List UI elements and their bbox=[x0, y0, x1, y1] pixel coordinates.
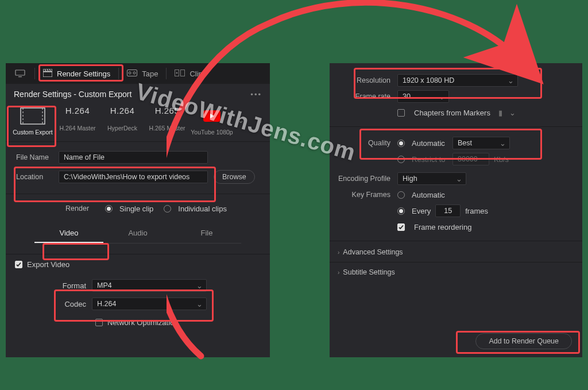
chapters-checkbox[interactable]: Chapters from Markers bbox=[397, 109, 490, 117]
quality-best-dropdown[interactable]: Best ⌄ bbox=[452, 137, 510, 149]
tab-tape[interactable]: Tape bbox=[119, 63, 166, 84]
add-to-render-queue-button[interactable]: Add to Render Queue bbox=[475, 333, 572, 349]
svg-point-9 bbox=[133, 72, 136, 74]
preset-youtube-1080p[interactable]: YouTube 1080p bbox=[189, 106, 234, 136]
quality-label: Quality bbox=[333, 139, 397, 147]
checkbox-off-icon bbox=[397, 109, 405, 117]
radio-label: Automatic bbox=[412, 139, 445, 148]
svg-rect-13 bbox=[21, 108, 45, 124]
dropdown-value: Best bbox=[458, 139, 500, 147]
quality-automatic-radio[interactable]: Automatic bbox=[397, 139, 452, 148]
panel-menu-icon[interactable]: ••• bbox=[250, 90, 262, 99]
chevron-down-icon: ⌄ bbox=[439, 92, 445, 101]
preset-label: Custom Export bbox=[10, 129, 55, 136]
deliver-tabbar: Render Settings Tape Clips bbox=[6, 63, 270, 84]
render-settings-panel: Render Settings - Custom Export ••• Cust… bbox=[6, 84, 270, 357]
render-label: Render bbox=[49, 204, 95, 213]
framerate-dropdown[interactable]: 30 ⌄ bbox=[397, 90, 449, 103]
chevron-right-icon: › bbox=[338, 249, 339, 256]
preset-sub: H.264 Master bbox=[55, 125, 100, 132]
render-mode-section: Render Single clip Individual clips Vide… bbox=[6, 194, 270, 254]
youtube-icon bbox=[189, 106, 234, 126]
workspace-switch[interactable] bbox=[6, 63, 34, 84]
preset-title: H.264 bbox=[100, 106, 145, 115]
marker-icon: ▮ bbox=[498, 109, 502, 117]
advanced-settings-disclosure[interactable]: › Advanced Settings bbox=[330, 245, 582, 260]
format-label: Format bbox=[55, 281, 86, 290]
radio-label: Automatic bbox=[412, 191, 445, 199]
checkbox-label: Frame reordering bbox=[414, 223, 471, 231]
radio-off-icon bbox=[164, 205, 171, 213]
chevron-down-icon: ⌄ bbox=[456, 175, 462, 183]
keyframes-every-radio[interactable]: Every bbox=[397, 207, 431, 215]
subtitle-settings-disclosure[interactable]: › Subtitle Settings bbox=[330, 265, 582, 280]
render-single-radio[interactable]: Single clip bbox=[105, 204, 153, 213]
tab-label: Tape bbox=[142, 69, 158, 78]
quality-restrict-radio[interactable]: Restrict to bbox=[397, 155, 452, 164]
tab-render-settings[interactable]: Render Settings bbox=[35, 63, 118, 84]
radio-off-icon bbox=[397, 156, 405, 163]
resolution-dropdown[interactable]: 1920 x 1080 HD ⌄ bbox=[397, 74, 518, 87]
resolution-section: Resolution 1920 x 1080 HD ⌄ Frame rate 3… bbox=[330, 63, 582, 123]
clapper-icon bbox=[43, 69, 52, 79]
radio-on-icon bbox=[397, 140, 405, 147]
subtab-video[interactable]: Video bbox=[34, 225, 103, 243]
keyframes-unit: frames bbox=[465, 207, 488, 215]
browse-button[interactable]: Browse bbox=[214, 170, 255, 184]
encoding-profile-dropdown[interactable]: High ⌄ bbox=[397, 172, 466, 185]
chevron-down-icon: ⌄ bbox=[238, 116, 244, 125]
panel-title: Render Settings - Custom Export bbox=[14, 90, 131, 99]
codec-label: Codec bbox=[55, 300, 86, 308]
dropdown-value: 30 bbox=[403, 92, 439, 101]
preset-title: H.264 bbox=[55, 106, 100, 115]
preset-sub: YouTube 1080p bbox=[189, 129, 234, 136]
checkbox-on-icon bbox=[15, 261, 22, 268]
keyframes-label: Key Frames bbox=[333, 191, 397, 199]
chevron-down-icon: ⌄ bbox=[500, 139, 506, 148]
network-optimization-checkbox[interactable]: Network Optimization bbox=[95, 318, 261, 327]
export-video-checkbox[interactable]: Export Video bbox=[15, 260, 261, 269]
disclosure-label: Subtitle Settings bbox=[343, 268, 394, 276]
encoding-profile-label: Encoding Profile bbox=[333, 175, 397, 183]
quality-section: Quality Automatic Best ⌄ Restrict to 800… bbox=[330, 130, 582, 237]
video-settings-section: Export Video Format MP4 ⌄ Codec H.264 ⌄ … bbox=[6, 254, 270, 329]
location-label: Location bbox=[15, 173, 59, 181]
tab-label: Render Settings bbox=[57, 69, 110, 78]
chevron-down-icon: ⌄ bbox=[196, 300, 203, 308]
subtab-audio[interactable]: Audio bbox=[103, 225, 172, 243]
preset-sub: H.265 Master bbox=[145, 125, 189, 132]
preset-next[interactable]: ⌄ bbox=[234, 106, 247, 134]
format-dropdown[interactable]: MP4 ⌄ bbox=[92, 279, 207, 292]
output-subtabs: Video Audio File bbox=[34, 225, 241, 244]
filename-input[interactable]: Name of File bbox=[59, 151, 208, 164]
frame-reordering-checkbox[interactable]: Frame reordering bbox=[397, 223, 471, 231]
chevron-down-icon[interactable]: ⌄ bbox=[509, 109, 516, 117]
tape-icon bbox=[127, 69, 137, 78]
preset-h265-master[interactable]: H.265 H.265 Master bbox=[145, 106, 189, 132]
filename-label: File Name bbox=[15, 153, 59, 161]
keyframes-automatic-radio[interactable]: Automatic bbox=[397, 191, 445, 199]
subtab-file[interactable]: File bbox=[172, 225, 241, 243]
location-input[interactable]: C:\VideoWithJens\How to export videos bbox=[59, 171, 208, 183]
bitrate-unit: Kb/s bbox=[494, 155, 509, 164]
codec-dropdown[interactable]: H.264 ⌄ bbox=[92, 298, 207, 310]
keyframes-value-input[interactable]: 15 bbox=[435, 204, 461, 217]
preset-custom-export[interactable]: Custom Export bbox=[10, 106, 55, 136]
svg-point-8 bbox=[129, 72, 131, 74]
quality-bitrate-input: 80000 bbox=[452, 153, 489, 165]
tab-clips[interactable]: Clips bbox=[167, 63, 214, 84]
chevron-down-icon: ⌄ bbox=[508, 76, 514, 85]
render-individual-radio[interactable]: Individual clips bbox=[164, 204, 227, 213]
radio-label: Every bbox=[412, 207, 431, 215]
preset-h264-master[interactable]: H.264 H.264 Master bbox=[55, 106, 100, 132]
svg-point-12 bbox=[176, 72, 178, 74]
preset-sub: HyperDeck bbox=[100, 125, 145, 132]
preset-hyperdeck[interactable]: H.264 HyperDeck bbox=[100, 106, 145, 132]
filmstrip-icon bbox=[10, 106, 55, 126]
dropdown-value: High bbox=[403, 175, 456, 183]
resolution-label: Resolution bbox=[333, 76, 397, 84]
svg-rect-2 bbox=[43, 72, 52, 77]
checkbox-label: Chapters from Markers bbox=[414, 109, 490, 117]
disclosure-label: Advanced Settings bbox=[343, 248, 403, 256]
chevron-down-icon: ⌄ bbox=[196, 281, 203, 290]
